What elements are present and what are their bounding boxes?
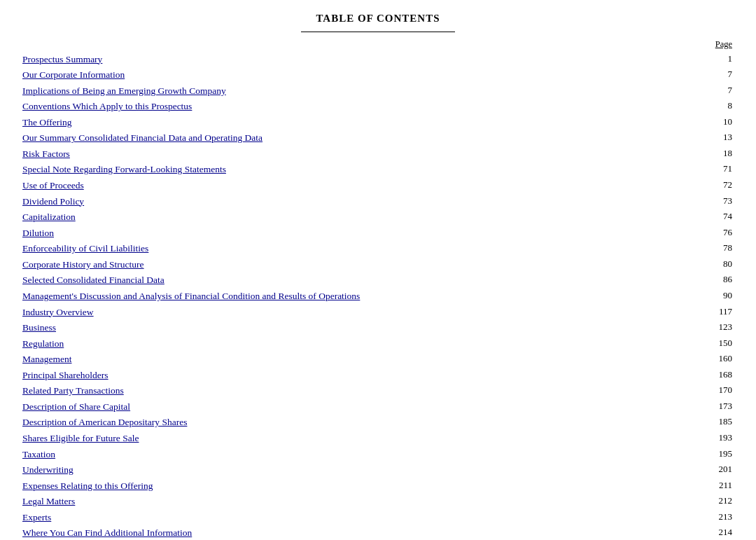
- toc-entry-page: 193: [699, 431, 735, 447]
- title-section: TABLE OF CONTENTS: [21, 7, 735, 32]
- toc-entry-label: Regulation: [21, 335, 699, 352]
- toc-entry-link[interactable]: Our Summary Consolidated Financial Data …: [22, 132, 262, 143]
- toc-entry-link[interactable]: Expenses Relating to this Offering: [22, 480, 153, 491]
- toc-entry-label: Principal Shareholders: [21, 367, 699, 383]
- toc-entry-link[interactable]: Management: [22, 354, 71, 364]
- toc-entry-label: Special Note Regarding Forward-Looking S…: [21, 162, 699, 178]
- toc-entry-link[interactable]: Taxation: [22, 449, 55, 459]
- toc-entry-link[interactable]: Selected Consolidated Financial Data: [22, 275, 164, 285]
- table-row: Use of Proceeds72: [21, 178, 735, 194]
- toc-entry-link[interactable]: Risk Factors: [22, 148, 70, 159]
- table-row: Principal Shareholders168: [21, 367, 735, 383]
- toc-entry-link[interactable]: Capitalization: [22, 212, 76, 222]
- toc-entry-label: Shares Eligible for Future Sale: [21, 431, 699, 447]
- toc-entry-page: 170: [699, 383, 735, 399]
- toc-entry-label: Capitalization: [21, 209, 699, 226]
- toc-entry-label: Experts: [21, 509, 699, 525]
- toc-entry-link[interactable]: Management's Discussion and Analysis of …: [22, 291, 360, 301]
- toc-entry-link[interactable]: Business: [22, 322, 56, 333]
- toc-entry-link[interactable]: Shares Eligible for Future Sale: [22, 433, 139, 443]
- table-row: Shares Eligible for Future Sale193: [21, 431, 735, 447]
- toc-entry-label: Risk Factors: [21, 146, 699, 162]
- toc-entry-label: Underwriting: [21, 462, 699, 478]
- toc-entry-page: 211: [699, 478, 735, 494]
- toc-entry-page: 18: [699, 146, 735, 162]
- toc-entry-page: 212: [699, 494, 735, 510]
- toc-entry-link[interactable]: Where You Can Find Additional Informatio…: [22, 527, 192, 538]
- page-column-label: Page: [715, 39, 732, 50]
- toc-entry-label: Corporate History and Structure: [21, 256, 699, 272]
- toc-entry-link[interactable]: Experts: [22, 512, 51, 522]
- toc-entry-link[interactable]: Implications of Being an Emerging Growth…: [22, 85, 226, 96]
- toc-entry-label: Taxation: [21, 446, 699, 462]
- table-row: Related Party Transactions170: [21, 383, 735, 399]
- toc-entry-link[interactable]: Related Party Transactions: [22, 385, 124, 396]
- toc-entry-page: 80: [699, 256, 735, 272]
- table-row: Management's Discussion and Analysis of …: [21, 288, 735, 304]
- toc-entry-page: 8: [699, 99, 735, 115]
- toc-entry-label: Industry Overview: [21, 304, 699, 320]
- table-row: Management160: [21, 352, 735, 368]
- toc-entry-link[interactable]: The Offering: [22, 117, 72, 127]
- table-row: Legal Matters212: [21, 494, 735, 510]
- toc-entry-link[interactable]: Legal Matters: [22, 496, 75, 506]
- toc-entry-label: Implications of Being an Emerging Growth…: [21, 83, 699, 99]
- toc-entry-label: Prospectus Summary: [21, 51, 699, 67]
- toc-entry-link[interactable]: Dilution: [22, 228, 54, 238]
- toc-entry-page: 7: [699, 83, 735, 99]
- toc-entry-link[interactable]: Enforceability of Civil Liabilities: [22, 243, 148, 254]
- toc-entry-label: Expenses Relating to this Offering: [21, 478, 699, 494]
- toc-entry-link[interactable]: Dividend Policy: [22, 196, 84, 207]
- toc-entry-link[interactable]: Conventions Which Apply to this Prospect…: [22, 101, 192, 111]
- toc-entry-link[interactable]: Corporate History and Structure: [22, 259, 144, 270]
- toc-entry-page: 73: [699, 193, 735, 209]
- toc-entry-page: 86: [699, 272, 735, 289]
- table-row: Description of Share Capital173: [21, 399, 735, 415]
- toc-entry-link[interactable]: Special Note Regarding Forward-Looking S…: [22, 164, 226, 174]
- table-row: Risk Factors18: [21, 146, 735, 162]
- toc-entry-page: 173: [699, 399, 735, 415]
- toc-entry-label: Enforceability of Civil Liabilities: [21, 241, 699, 257]
- table-row: Prospectus Summary1: [21, 51, 735, 67]
- toc-entry-page: 150: [699, 335, 735, 352]
- toc-entry-page: 13: [699, 130, 735, 146]
- toc-entry-link[interactable]: Underwriting: [22, 464, 74, 475]
- toc-entry-link[interactable]: Regulation: [22, 338, 64, 349]
- toc-entry-page: 90: [699, 288, 735, 304]
- toc-entry-page: 10: [699, 114, 735, 130]
- table-row: Corporate History and Structure80: [21, 256, 735, 272]
- toc-entry-label: Dividend Policy: [21, 193, 699, 209]
- toc-entry-label: Legal Matters: [21, 494, 699, 510]
- table-row: Selected Consolidated Financial Data86: [21, 272, 735, 289]
- toc-entry-link[interactable]: Prospectus Summary: [22, 54, 102, 64]
- toc-entry-link[interactable]: Industry Overview: [22, 307, 94, 317]
- table-row: Dilution76: [21, 225, 735, 241]
- toc-entry-link[interactable]: Use of Proceeds: [22, 180, 84, 191]
- toc-entry-link[interactable]: Description of Share Capital: [22, 401, 130, 412]
- table-row: Underwriting201: [21, 462, 735, 478]
- page-title: TABLE OF CONTENTS: [21, 13, 735, 25]
- table-row: Implications of Being an Emerging Growth…: [21, 83, 735, 99]
- toc-entry-label: Use of Proceeds: [21, 178, 699, 194]
- toc-entry-page: 72: [699, 178, 735, 194]
- toc-entry-label: The Offering: [21, 114, 699, 130]
- toc-entry-link[interactable]: Principal Shareholders: [22, 370, 108, 380]
- toc-entry-page: 1: [699, 51, 735, 67]
- toc-entry-page: 71: [699, 162, 735, 178]
- table-row: Conventions Which Apply to this Prospect…: [21, 99, 735, 115]
- toc-entry-page: 168: [699, 367, 735, 383]
- toc-entry-page: 76: [699, 225, 735, 241]
- toc-entry-link[interactable]: Description of American Depositary Share…: [22, 417, 187, 427]
- toc-entry-page: 195: [699, 446, 735, 462]
- table-row: Capitalization74: [21, 209, 735, 226]
- toc-entry-link[interactable]: Our Corporate Information: [22, 69, 125, 80]
- table-row: Our Summary Consolidated Financial Data …: [21, 130, 735, 146]
- table-row: Special Note Regarding Forward-Looking S…: [21, 162, 735, 178]
- toc-entry-label: Management: [21, 352, 699, 368]
- toc-entry-page: 185: [699, 415, 735, 431]
- toc-entry-label: Business: [21, 320, 699, 336]
- table-row: Regulation150: [21, 335, 735, 352]
- toc-entry-label: Dilution: [21, 225, 699, 241]
- table-row: Industry Overview117: [21, 304, 735, 320]
- toc-entry-page: 117: [699, 304, 735, 320]
